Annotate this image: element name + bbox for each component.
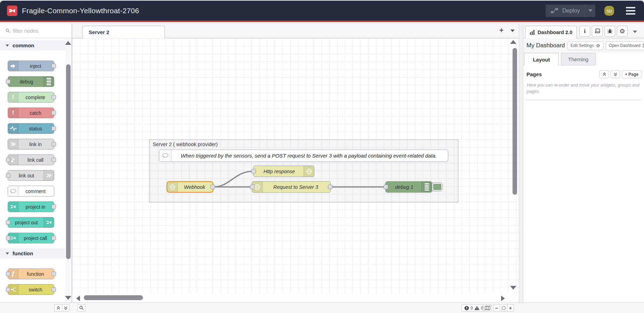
user-avatar[interactable]: su [604, 6, 614, 16]
palette-node-project-in[interactable]: project in [8, 201, 54, 212]
inject-arrow-icon [8, 61, 18, 71]
palette-node-project-out[interactable]: project out [8, 217, 54, 228]
sidebar-tab-dashboard[interactable]: Dashboard 2.0 [525, 26, 577, 38]
palette-node-complete[interactable]: ! complete [8, 92, 54, 103]
add-flow-button[interactable]: + [499, 26, 504, 34]
main-menu-button[interactable] [626, 7, 635, 15]
input-port[interactable] [384, 185, 388, 189]
tab-layout[interactable]: Layout [524, 53, 559, 66]
chevron-down-icon [6, 252, 9, 255]
node-http-response[interactable]: Http response [253, 166, 314, 177]
canvas-scroll-left-icon[interactable] [76, 296, 80, 301]
input-port[interactable] [250, 185, 255, 189]
canvas-horizontal-scrollbar-thumb[interactable] [84, 295, 143, 300]
palette-category-function[interactable]: function [0, 248, 72, 258]
output-port[interactable] [51, 64, 56, 68]
input-port[interactable] [251, 169, 256, 174]
edit-settings-button[interactable]: Edit Settings ⚙ [567, 41, 603, 50]
deploy-button[interactable]: Deploy [546, 5, 595, 17]
canvas-scroll-right-icon[interactable] [501, 296, 505, 301]
output-port[interactable] [51, 95, 56, 99]
node-debug-1[interactable]: debug 1 [385, 181, 432, 193]
palette-node-link-out[interactable]: link out [8, 170, 54, 181]
input-port[interactable] [6, 287, 10, 292]
palette-filter[interactable]: filter nodes [0, 23, 72, 38]
canvas-scroll-up-icon[interactable] [510, 40, 516, 44]
palette-scroll-down-icon[interactable] [65, 296, 71, 300]
output-port[interactable] [51, 287, 56, 292]
palette-node-inject[interactable]: inject [8, 61, 54, 71]
flow-grid[interactable]: Server 2 ( webhook provider) When trigge… [72, 38, 519, 294]
sidebar-tabbar: Dashboard 2.0 i ⚙ [523, 23, 644, 38]
globe-icon [167, 182, 178, 192]
deploy-options-button[interactable] [585, 5, 595, 17]
sidebar-tab-help[interactable] [592, 26, 603, 37]
zoom-in-button[interactable]: + [507, 304, 514, 312]
canvas-scroll-down-icon[interactable] [510, 286, 516, 290]
comment-node[interactable]: When triggered by the sensors, send a PO… [159, 150, 448, 162]
flow-list-button[interactable] [510, 30, 515, 32]
sidebar-tab-config[interactable]: ⚙ [617, 26, 628, 37]
sidebar-menu-button[interactable] [633, 31, 637, 33]
debug-enable-toggle[interactable] [432, 183, 443, 191]
tab-theming[interactable]: Theming [561, 53, 596, 65]
open-dashboard-button[interactable]: Open Dashboard [606, 41, 644, 50]
output-port[interactable] [328, 185, 332, 189]
footer-bar: 0 0 − + [0, 303, 644, 313]
node-label: complete [18, 92, 53, 102]
input-port[interactable] [6, 236, 10, 240]
palette-node-comment[interactable]: comment [8, 186, 54, 196]
palette-node-debug[interactable]: debug [8, 76, 54, 87]
input-port[interactable] [6, 158, 10, 162]
palette-category-common[interactable]: common [0, 40, 72, 50]
node-label: Request to Server 3 [262, 182, 329, 192]
node-webhook[interactable]: Webhook [167, 181, 214, 193]
palette-node-catch[interactable]: ! catch [8, 107, 54, 118]
deploy-button-main[interactable]: Deploy [546, 5, 585, 17]
palette-node-function[interactable]: f function [8, 268, 54, 279]
navigator-button[interactable] [483, 304, 492, 312]
palette-scrollbar-thumb[interactable] [66, 64, 71, 259]
palette-node-status[interactable]: status [8, 123, 54, 134]
sidebar-tab-debug[interactable] [604, 26, 615, 37]
move-down-button[interactable] [611, 70, 620, 78]
warning-triangle-icon [474, 306, 480, 310]
chevron-double-down-icon [64, 306, 68, 310]
zoom-reset-button[interactable] [500, 304, 507, 312]
palette-node-link-call[interactable]: link call [8, 154, 54, 165]
output-port[interactable] [51, 158, 56, 162]
input-port[interactable] [6, 272, 10, 276]
output-port[interactable] [51, 111, 56, 115]
palette-node-switch[interactable]: switch [8, 284, 54, 295]
palette-node-project-call[interactable]: project call [8, 233, 54, 243]
output-port[interactable] [51, 126, 56, 131]
node-label: inject [18, 61, 53, 71]
output-port[interactable] [51, 272, 56, 276]
input-port[interactable] [6, 220, 10, 225]
search-flows-button[interactable] [77, 304, 86, 312]
zoom-out-button[interactable]: − [493, 304, 500, 312]
category-label: common [13, 42, 34, 48]
output-port[interactable] [210, 185, 215, 189]
output-port[interactable] [51, 204, 56, 209]
palette-scrollbar[interactable] [65, 39, 72, 303]
deploy-icon [550, 8, 559, 14]
input-port[interactable] [6, 79, 10, 84]
collapse-categories-button[interactable] [54, 304, 62, 312]
output-port[interactable] [51, 236, 56, 240]
sidebar-tab-info[interactable]: i [579, 26, 590, 37]
node-request-to-server-3[interactable]: Request to Server 3 [252, 181, 331, 193]
output-port[interactable] [51, 142, 56, 146]
input-port[interactable] [6, 173, 10, 178]
expand-categories-button[interactable] [62, 304, 70, 312]
add-page-button[interactable]: + Page [622, 70, 642, 78]
move-up-button[interactable] [599, 70, 609, 78]
project-logo-icon [8, 202, 18, 212]
palette-scroll-up-icon[interactable] [65, 41, 71, 45]
node-label: link out [9, 170, 44, 180]
palette-node-link-in[interactable]: link in [8, 139, 54, 150]
canvas-vertical-scrollbar-thumb[interactable] [513, 48, 517, 195]
sidebar-resize-handle[interactable] [519, 23, 523, 303]
flow-status-counts[interactable]: 0 0 [461, 304, 486, 312]
workspace-tab-server-2[interactable]: Server 2 [82, 26, 165, 38]
